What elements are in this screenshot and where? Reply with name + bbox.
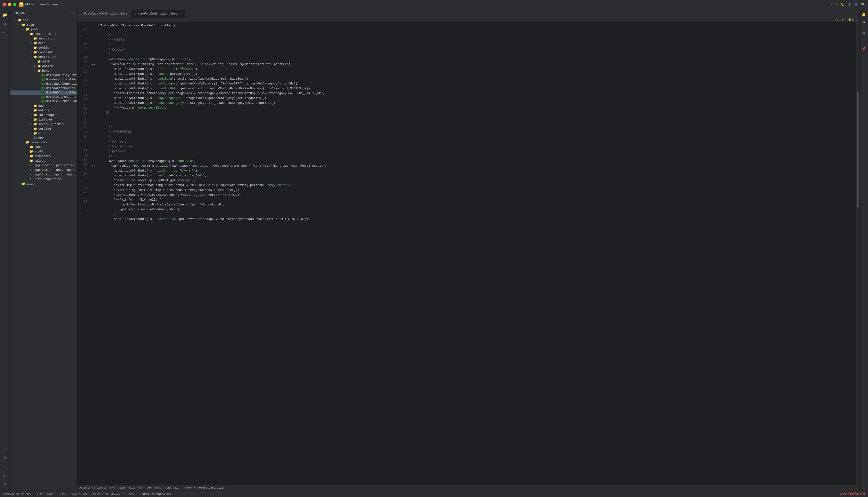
sidebar-item-annotation[interactable]: ›📁annotation — [10, 36, 77, 41]
sidebar-item-common[interactable]: ›📁common — [10, 64, 77, 69]
tree-arrow-com.pet.base[interactable]: ▾ — [26, 33, 29, 36]
sidebar-item-templates[interactable]: ›📁templates — [10, 154, 77, 158]
sidebar-item-backup[interactable]: ›📁backup — [10, 145, 77, 149]
sidebar-item-util[interactable]: ›📁util — [10, 131, 77, 136]
sidebar-item-schedule.admin[interactable]: ›📁schedule.admin — [10, 122, 77, 127]
sidebar-item-entity[interactable]: ›📁entity — [10, 108, 77, 113]
tree-arrow-service[interactable]: › — [30, 128, 33, 130]
sidebar-item-dao[interactable]: ›📁dao — [10, 103, 77, 108]
breadcrumb-part-9[interactable]: ⊙ HomePetController — [194, 486, 225, 489]
tree-arrow-annotation[interactable]: › — [30, 37, 33, 40]
sidebar-item-listener[interactable]: ›📁listener — [10, 117, 77, 122]
sidebar-item-src[interactable]: ▾📁src — [10, 18, 77, 23]
tree-arrow-resources[interactable]: ▾ — [22, 141, 26, 144]
vertical-scrollbar[interactable] — [856, 22, 859, 485]
tree-arrow-interceptor[interactable]: › — [30, 114, 33, 116]
tree-arrow-common[interactable]: › — [34, 65, 37, 68]
problems-icon[interactable]: ⚠ — [1, 463, 9, 471]
accounts-icon[interactable]: 👤 — [854, 2, 858, 6]
vcs-icon[interactable]: ⑂ — [1, 446, 9, 453]
tree-arrow-templates[interactable]: › — [26, 155, 29, 157]
tree-arrow-constant[interactable]: › — [30, 51, 33, 54]
sidebar-item-home[interactable]: ▾📁home — [10, 69, 77, 73]
tree-arrow-backup[interactable]: › — [26, 146, 29, 148]
more-icon[interactable]: ⋮ — [848, 2, 851, 6]
sidebar-item-controller[interactable]: ▾📁controller — [10, 55, 77, 59]
maximize-button[interactable] — [13, 3, 16, 6]
sidebar-item-HomeCommunityContr[interactable]: JHomeCommunityContr — [10, 73, 77, 77]
scrollbar-thumb[interactable] — [857, 92, 859, 208]
sidebar-item-com.pet.base[interactable]: ▾📁com.pet.base — [10, 32, 77, 36]
tree-arrow-static[interactable]: › — [26, 150, 29, 153]
notifications-icon[interactable]: 🔔 — [860, 11, 867, 18]
tree-icon-admin: 📁 — [37, 60, 41, 63]
tree-arrow-main[interactable]: ▾ — [18, 24, 22, 26]
gear-icon[interactable]: ⚙ — [73, 11, 74, 15]
run-icon[interactable]: ▶ — [836, 2, 838, 6]
sidebar-item-admin[interactable]: ›📁admin — [10, 59, 77, 64]
tab-home-pet-controller[interactable]: J HomePetController.java ✕ — [131, 10, 185, 18]
merge-icon[interactable]: ⇶ — [860, 30, 867, 37]
search-icon[interactable]: 🔍 — [861, 2, 865, 6]
tree-arrow-java[interactable]: ▾ — [22, 28, 26, 31]
breadcrumb-bar: AdoptionStrayPets › src › main › java › … — [78, 485, 859, 490]
sidebar-item-service[interactable]: ›📁service — [10, 127, 77, 131]
sidebar-item-main[interactable]: ▾📁main — [10, 23, 77, 27]
tab-close-button[interactable]: ✕ — [180, 12, 182, 15]
tree-arrow-admin[interactable]: › — [34, 60, 37, 63]
sidebar-item-HomeNoticeController[interactable]: JHomeNoticeController — [10, 86, 77, 90]
tree-arrow-src[interactable]: ▾ — [15, 19, 18, 22]
structure-icon[interactable]: ⊞ — [1, 20, 9, 28]
collapse-all-icon[interactable]: ≡ — [69, 11, 71, 15]
tree-arrow-util[interactable]: › — [30, 132, 33, 135]
sidebar-item-App[interactable]: JApp — [10, 136, 77, 140]
pin-icon[interactable]: 📌 — [860, 45, 867, 52]
settings-icon[interactable]: ⚙ — [1, 481, 9, 488]
sidebar-item-bean[interactable]: ›📁bean — [10, 41, 77, 45]
tree-arrow-test[interactable]: › — [18, 182, 22, 185]
more-tools-icon[interactable]: ··· — [1, 29, 9, 36]
sidebar-item-java[interactable]: ▾📁java — [10, 27, 77, 32]
sidebar-item-interceptor[interactable]: ›📁interceptor — [10, 113, 77, 117]
tree-arrow-config[interactable]: › — [30, 46, 33, 49]
sidebar-item-config[interactable]: ›📁config — [10, 45, 77, 50]
tree-arrow-upload[interactable]: › — [26, 159, 29, 162]
tree-arrow-schedule.admin[interactable]: › — [30, 123, 33, 126]
sidebar-item-test[interactable]: ›📁test — [10, 182, 77, 186]
sidebar-item-application-prd.properties[interactable]: ⚙application-prd.properties — [10, 172, 77, 177]
sidebar-item-HomePetController[interactable]: JHomePetController — [10, 90, 77, 95]
sidebar-item-static[interactable]: ›📁static — [10, 149, 77, 154]
tree-arrow-controller[interactable]: ▾ — [30, 56, 33, 59]
sidebar-item-application-dev.properties[interactable]: ⚙application-dev.properties — [10, 168, 77, 172]
line-number-76: 76 — [80, 116, 87, 121]
sidebar-item-HomeFaqController[interactable]: JHomeFaqController — [10, 77, 77, 82]
tree-arrow-entity[interactable]: › — [30, 109, 33, 112]
sidebar-item-site.properties[interactable]: ⚙site.properties — [10, 177, 77, 182]
sidebar-item-HomeStrayPetControlle[interactable]: JHomeStrayPetControlle — [10, 95, 77, 99]
line-number-69: 69 — [80, 84, 87, 88]
debug-icon[interactable]: 🐛 — [841, 2, 845, 6]
minimize-button[interactable] — [8, 3, 11, 6]
sidebar-item-HomeUserCenterContr[interactable]: JHomeUserCenterContr — [10, 99, 77, 103]
sidebar-item-constant[interactable]: ›📁constant — [10, 50, 77, 55]
tree-arrow-home[interactable]: ▾ — [34, 69, 37, 72]
sidebar-item-upload[interactable]: ›📁upload — [10, 158, 77, 163]
terminal-icon[interactable]: ⊟ — [1, 454, 9, 462]
app-services-icon[interactable]: ⚡ — [831, 2, 832, 6]
sidebar-item-application.properties[interactable]: ⚙application.properties — [10, 163, 77, 168]
tree-arrow-bean[interactable]: › — [30, 42, 33, 44]
tab-home-index-controller[interactable]: J HomeIndexController.java — [78, 10, 131, 18]
tree-arrow-listener[interactable]: › — [30, 118, 33, 121]
right-tool-icon[interactable]: ≡ — [860, 38, 867, 44]
close-button[interactable] — [3, 3, 6, 6]
expand-icon[interactable]: ▾ — [856, 18, 857, 22]
project-icon[interactable]: 📁 — [1, 11, 9, 19]
tree-arrow-dao[interactable]: › — [30, 104, 33, 107]
sidebar-label-HomeNoticeController: HomeNoticeController — [46, 87, 77, 90]
sidebar-item-resources[interactable]: ▾📁resources — [10, 140, 77, 145]
m-icon[interactable]: m — [860, 19, 867, 26]
sidebar-item-HomeIndexController[interactable]: JHomeIndexController — [10, 82, 77, 86]
code-content[interactable]: "kw">public "kw">class HomePetController… — [89, 22, 856, 485]
app-dropdown-icon[interactable]: ▾ — [60, 3, 62, 6]
run-tool-icon[interactable]: ▶ — [1, 472, 9, 480]
